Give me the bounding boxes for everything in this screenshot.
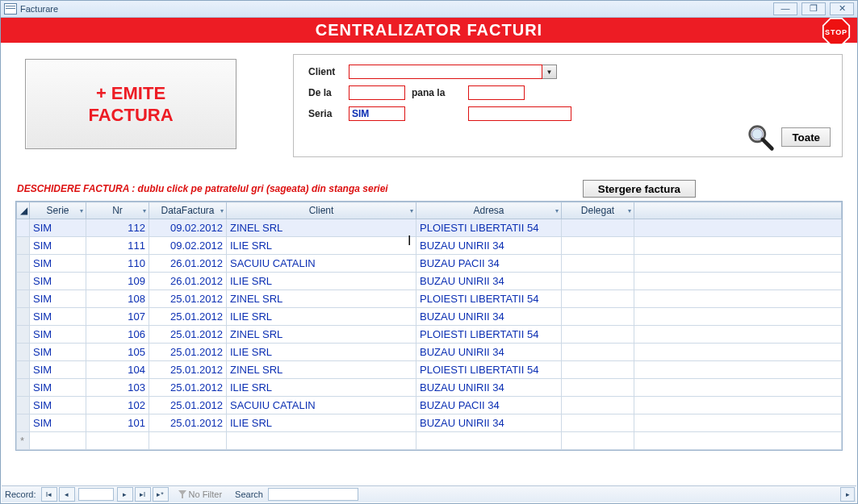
cell-adresa[interactable]: BUZAU UNIRII 34: [416, 237, 562, 255]
cell-client[interactable]: ZINEL SRL: [227, 290, 416, 308]
cell-serie[interactable]: SIM: [30, 237, 86, 255]
seria-input[interactable]: SIM: [349, 106, 405, 121]
col-delegat[interactable]: Delegat▾: [562, 202, 634, 219]
cell-delegat[interactable]: [562, 255, 634, 273]
table-row[interactable]: SIM10525.01.2012ILIE SRLBUZAU UNIRII 34: [17, 344, 842, 361]
delete-invoice-button[interactable]: Stergere factura: [583, 180, 696, 198]
nav-first-button[interactable]: I◂: [41, 487, 57, 502]
cell-delegat[interactable]: [562, 344, 634, 361]
cell-client[interactable]: ZINEL SRL: [227, 361, 416, 379]
cell-nr[interactable]: 110: [86, 255, 149, 273]
cell-client[interactable]: ZINEL SRL: [227, 219, 416, 237]
row-handle[interactable]: [17, 273, 30, 290]
cell-nr[interactable]: 105: [86, 344, 149, 361]
col-serie[interactable]: Serie▾: [30, 202, 86, 219]
close-button[interactable]: ✕: [830, 2, 854, 15]
no-filter-indicator[interactable]: No Filter: [178, 489, 223, 499]
cell-adresa[interactable]: BUZAU UNIRII 34: [416, 379, 562, 397]
row-handle[interactable]: [17, 326, 30, 344]
cell-adresa[interactable]: PLOIESTI LIBERTATII 54: [416, 290, 562, 308]
col-nr[interactable]: Nr▾: [86, 202, 149, 219]
cell-client[interactable]: ILIE SRL: [227, 308, 416, 326]
cell-client[interactable]: SACUIU CATALIN: [227, 255, 416, 273]
cell-serie[interactable]: SIM: [30, 255, 86, 273]
cell-data[interactable]: 25.01.2012: [149, 290, 227, 308]
cell-data[interactable]: 25.01.2012: [149, 397, 227, 414]
cell-delegat[interactable]: [562, 237, 634, 255]
cell-data[interactable]: 26.01.2012: [149, 255, 227, 273]
row-handle[interactable]: [17, 237, 30, 255]
table-row[interactable]: SIM10425.01.2012ZINEL SRLPLOIESTI LIBERT…: [17, 361, 842, 379]
record-number-input[interactable]: [78, 488, 114, 501]
cell-data[interactable]: 25.01.2012: [149, 344, 227, 361]
row-handle[interactable]: [17, 344, 30, 361]
cell-nr[interactable]: 106: [86, 326, 149, 344]
row-handle[interactable]: [17, 219, 30, 237]
col-data[interactable]: DataFactura▾: [149, 202, 227, 219]
panala-input[interactable]: [468, 85, 525, 100]
cell-nr[interactable]: 109: [86, 273, 149, 290]
client-select[interactable]: [349, 65, 542, 79]
new-record-row[interactable]: *: [17, 432, 842, 450]
seria2-input[interactable]: [468, 106, 571, 121]
row-handle[interactable]: [17, 255, 30, 273]
table-row[interactable]: SIM10725.01.2012ILIE SRLBUZAU UNIRII 34: [17, 308, 842, 326]
row-handle[interactable]: [17, 379, 30, 397]
cell-client[interactable]: ILIE SRL: [227, 237, 416, 255]
cell-adresa[interactable]: BUZAU PACII 34: [416, 255, 562, 273]
table-row[interactable]: SIM11026.01.2012SACUIU CATALINBUZAU PACI…: [17, 255, 842, 273]
cell-client[interactable]: SACUIU CATALIN: [227, 397, 416, 414]
cell-serie[interactable]: SIM: [30, 414, 86, 432]
new-record-handle[interactable]: *: [17, 432, 30, 450]
cell-delegat[interactable]: [562, 397, 634, 414]
cell-delegat[interactable]: [562, 290, 634, 308]
row-handle[interactable]: [17, 397, 30, 414]
cell-serie[interactable]: SIM: [30, 379, 86, 397]
search-icon[interactable]: [746, 123, 776, 153]
table-row[interactable]: SIM10325.01.2012ILIE SRLBUZAU UNIRII 34: [17, 379, 842, 397]
nav-new-button[interactable]: ▸*: [153, 487, 169, 502]
cell-serie[interactable]: SIM: [30, 290, 86, 308]
cell-delegat[interactable]: [562, 308, 634, 326]
cell-nr[interactable]: 103: [86, 379, 149, 397]
cell-client[interactable]: ILIE SRL: [227, 414, 416, 432]
cell-data[interactable]: 25.01.2012: [149, 414, 227, 432]
cell-adresa[interactable]: PLOIESTI LIBERTATII 54: [416, 326, 562, 344]
nav-last-button[interactable]: ▸I: [135, 487, 151, 502]
col-client[interactable]: Client▾: [227, 202, 416, 219]
toate-button[interactable]: Toate: [781, 127, 831, 147]
cell-adresa[interactable]: BUZAU UNIRII 34: [416, 414, 562, 432]
cell-delegat[interactable]: [562, 273, 634, 290]
search-input[interactable]: [268, 488, 358, 501]
cell-adresa[interactable]: BUZAU PACII 34: [416, 397, 562, 414]
cell-adresa[interactable]: BUZAU UNIRII 34: [416, 344, 562, 361]
cell-data[interactable]: 25.01.2012: [149, 308, 227, 326]
table-row[interactable]: SIM10926.01.2012ILIE SRLBUZAU UNIRII 34: [17, 273, 842, 290]
row-handle[interactable]: [17, 308, 30, 326]
table-row[interactable]: SIM10625.01.2012ZINEL SRLPLOIESTI LIBERT…: [17, 326, 842, 344]
stop-button[interactable]: STOP: [822, 17, 851, 46]
cell-delegat[interactable]: [562, 379, 634, 397]
cell-data[interactable]: 09.02.2012: [149, 237, 227, 255]
cell-data[interactable]: 25.01.2012: [149, 361, 227, 379]
cell-client[interactable]: ILIE SRL: [227, 273, 416, 290]
table-row[interactable]: SIM10125.01.2012ILIE SRLBUZAU UNIRII 34: [17, 414, 842, 432]
cell-adresa[interactable]: PLOIESTI LIBERTATII 54: [416, 361, 562, 379]
select-all-handle[interactable]: ◢: [17, 202, 30, 219]
cell-data[interactable]: 25.01.2012: [149, 379, 227, 397]
cell-client[interactable]: ILIE SRL: [227, 344, 416, 361]
cell-serie[interactable]: SIM: [30, 361, 86, 379]
client-dropdown-button[interactable]: ▼: [542, 65, 557, 79]
cell-serie[interactable]: SIM: [30, 219, 86, 237]
cell-delegat[interactable]: [562, 414, 634, 432]
minimize-button[interactable]: —: [773, 2, 797, 15]
cell-nr[interactable]: 112: [86, 219, 149, 237]
table-row[interactable]: SIM10825.01.2012ZINEL SRLPLOIESTI LIBERT…: [17, 290, 842, 308]
cell-nr[interactable]: 111: [86, 237, 149, 255]
cell-data[interactable]: 09.02.2012: [149, 219, 227, 237]
row-handle[interactable]: [17, 361, 30, 379]
nav-prev-button[interactable]: ◂: [59, 487, 75, 502]
emite-factura-button[interactable]: + EMITE FACTURA: [25, 59, 236, 149]
cell-serie[interactable]: SIM: [30, 273, 86, 290]
col-adresa[interactable]: Adresa▾: [416, 202, 562, 219]
